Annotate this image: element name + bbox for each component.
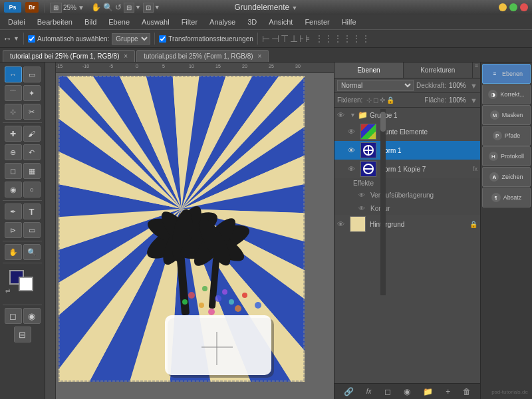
close-button[interactable] xyxy=(520,3,528,11)
fx-btn[interactable]: fx xyxy=(364,386,374,396)
bunte-vis-icon[interactable]: 👁 xyxy=(348,128,358,136)
new-group-btn[interactable]: 📁 xyxy=(420,386,436,398)
dist1[interactable]: ⋮ xyxy=(315,34,323,43)
panel-btn-zeichen[interactable]: A Zeichen xyxy=(482,167,531,187)
new-adjustment-btn[interactable]: ◉ xyxy=(401,386,413,398)
panel-btn-absatz[interactable]: ¶ Absatz xyxy=(482,188,531,207)
lock-move-icon[interactable]: ✜ xyxy=(380,96,385,104)
lasso-tool-btn[interactable]: ⌒ xyxy=(5,85,22,101)
clone-tool-btn[interactable]: ⊕ xyxy=(5,144,22,160)
auto-select-check[interactable]: Automatisch auswählen: xyxy=(28,35,109,43)
move-tool[interactable]: ↔ ▼ xyxy=(3,33,19,44)
auto-select-type[interactable]: Gruppe Ebene xyxy=(112,33,150,45)
tab-1-close[interactable]: × xyxy=(124,53,128,60)
scrollbar-thumb[interactable] xyxy=(380,112,386,132)
menu-bearbeiten[interactable]: Bearbeiten xyxy=(32,17,78,27)
dist6[interactable]: ⋮ xyxy=(362,34,370,43)
zoom-icon[interactable]: 🔍 xyxy=(103,3,113,12)
align-center-h[interactable]: ⊣ xyxy=(271,33,279,44)
fill-arrow[interactable]: ▼ xyxy=(470,96,477,104)
menu-ebene[interactable]: Ebene xyxy=(103,17,135,27)
gruppe1-vis-icon[interactable]: 👁 xyxy=(337,111,348,119)
path-select-btn[interactable]: ⊳ xyxy=(5,222,22,238)
delete-layer-btn[interactable]: 🗑 xyxy=(460,386,473,398)
effect-kontur[interactable]: 👁 Kontur xyxy=(334,201,480,215)
panel-btn-korrekt[interactable]: ◑ Korrekt... xyxy=(482,84,531,104)
wand-tool-btn[interactable]: ✦ xyxy=(23,85,41,101)
brush-tool-btn[interactable]: 🖌 xyxy=(23,126,41,142)
layers-scrollbar[interactable] xyxy=(380,109,386,295)
panel-btn-protokoll[interactable]: H Protokoll xyxy=(482,146,531,166)
history-brush-btn[interactable]: ↶ xyxy=(23,144,41,160)
shape-tool-btn[interactable]: ▭ xyxy=(23,222,41,238)
form1kopie-vis-icon[interactable]: 👁 xyxy=(348,165,358,173)
align-bottom[interactable]: ⊧ xyxy=(305,33,310,44)
artwork-canvas[interactable] xyxy=(59,76,305,382)
zoom-level[interactable]: 25% xyxy=(63,4,76,11)
effect-verlauf[interactable]: 👁 Verlaufsüberlagerung xyxy=(334,188,480,201)
kontur-vis-icon[interactable]: 👁 xyxy=(358,205,368,212)
text-tool-btn[interactable]: T xyxy=(23,203,41,219)
layers-list[interactable]: 👁 ▼ 📁 Gruppe 1 👁 Bunte Elemente 👁 Form 1 xyxy=(334,108,480,383)
background-color[interactable] xyxy=(19,277,33,291)
link-layers-btn[interactable]: 🔗 xyxy=(341,386,356,398)
hand-tool-btn[interactable]: ✋ xyxy=(5,244,22,260)
tab-2[interactable]: tutorial.psd bei 25% (Form 1, RGB/8) × xyxy=(136,50,269,62)
dist3[interactable]: ⋮ xyxy=(334,34,342,43)
tab-1[interactable]: tutorial.psd bei 25% (Form 1, RGB/8) × xyxy=(3,50,135,62)
panel-btn-masken[interactable]: M Masken xyxy=(482,105,531,125)
slice-tool-btn[interactable]: ✂ xyxy=(23,104,41,120)
standard-mode-btn[interactable]: ◻ xyxy=(5,308,22,324)
align-right[interactable]: ⊤ xyxy=(281,33,289,44)
tab-corrections[interactable]: Korrekturen xyxy=(404,63,473,78)
dist2[interactable]: ⋮ xyxy=(325,34,332,43)
transform-check[interactable]: Transformationssteuerungen xyxy=(159,35,253,43)
align-center-v[interactable]: ⊦ xyxy=(299,33,304,44)
layout-select[interactable]: ⊟ ▼ xyxy=(124,3,141,13)
tab-layers[interactable]: Ebenen xyxy=(334,63,404,78)
dodge-tool-btn[interactable]: ○ xyxy=(23,182,41,198)
dist4[interactable]: ⋮ xyxy=(343,34,351,43)
move-tool-btn[interactable]: ↔ xyxy=(5,66,22,82)
panel-btn-pfade[interactable]: P Pfade xyxy=(482,126,531,146)
panel-btn-ebenen[interactable]: ≡ Ebenen xyxy=(482,64,531,84)
lock-pos-icon[interactable]: ⊹ xyxy=(366,96,372,104)
lock-pixel-icon[interactable]: ◻ xyxy=(373,96,378,104)
new-layer-btn[interactable]: + xyxy=(443,386,453,398)
align-left[interactable]: ⊢ xyxy=(262,33,270,44)
layer-gruppe1[interactable]: 👁 ▼ 📁 Gruppe 1 xyxy=(334,108,480,122)
heal-tool-btn[interactable]: ✚ xyxy=(5,126,22,142)
menu-bild[interactable]: Bild xyxy=(79,17,102,27)
menu-analyse[interactable]: Analyse xyxy=(204,17,241,27)
verlauf-vis-icon[interactable]: 👁 xyxy=(358,192,368,199)
transform-checkbox[interactable] xyxy=(159,35,166,43)
layer-form1[interactable]: 👁 Form 1 xyxy=(334,141,480,160)
eraser-tool-btn[interactable]: ◻ xyxy=(5,163,22,179)
screen-mode-btn[interactable]: ⊟ xyxy=(14,327,31,342)
lock-all-icon[interactable]: 🔒 xyxy=(386,96,394,104)
menu-hilfe[interactable]: Hilfe xyxy=(336,17,362,27)
align-top[interactable]: ⊥ xyxy=(290,33,298,44)
menu-filter[interactable]: Filter xyxy=(176,17,203,27)
extra-select[interactable]: ⊡ ▼ xyxy=(143,3,160,13)
blur-tool-btn[interactable]: ◉ xyxy=(5,182,22,198)
view-select[interactable]: ⊞ 25% ▼ xyxy=(50,3,84,13)
menu-ansicht[interactable]: Ansicht xyxy=(263,17,298,27)
layers-menu-arrow[interactable]: ≡ xyxy=(473,63,480,78)
maximize-button[interactable] xyxy=(509,3,517,11)
gruppe1-expand-icon[interactable]: ▼ xyxy=(350,112,356,118)
auto-select-checkbox[interactable] xyxy=(28,35,35,43)
add-mask-btn[interactable]: ◻ xyxy=(382,386,394,398)
menu-datei[interactable]: Datei xyxy=(3,17,31,27)
crop-tool-btn[interactable]: ⊹ xyxy=(5,104,22,120)
marquee-tool-btn[interactable]: ▭ xyxy=(23,66,41,82)
pen-tool-btn[interactable]: ✒ xyxy=(5,203,22,219)
swap-colors[interactable]: ⇄ xyxy=(5,287,11,294)
hintergrund-vis-icon[interactable]: 👁 xyxy=(337,220,348,228)
rotate-icon[interactable]: ↺ xyxy=(115,3,122,12)
layer-hintergrund[interactable]: 👁 Hintergrund 🔒 xyxy=(334,215,480,233)
blend-mode-select[interactable]: Normal xyxy=(337,80,414,91)
layer-bunte[interactable]: 👁 Bunte Elemente xyxy=(334,122,480,141)
minimize-button[interactable] xyxy=(499,3,507,11)
layer-form1kopie[interactable]: 👁 Form 1 Kopie 7 fx xyxy=(334,160,480,178)
